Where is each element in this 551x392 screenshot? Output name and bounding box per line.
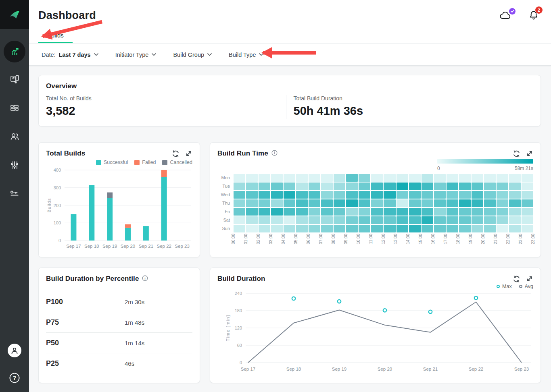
filter-build-group[interactable]: Build Group: [173, 52, 212, 58]
percentile-value: 1m 14s: [125, 340, 192, 346]
filter-build-type[interactable]: Build Type: [229, 52, 263, 58]
heatmap-cell: [459, 216, 471, 224]
hour-label: 00:00: [231, 234, 236, 244]
hour-label: 22:00: [505, 234, 510, 244]
heatmap-cell: [346, 225, 358, 232]
heatmap-cell: [359, 183, 370, 190]
heatmap-cell: [334, 191, 345, 199]
heatmap-cell: [334, 183, 345, 190]
y-axis-label: Builds: [47, 198, 52, 213]
legend-item: Failed: [134, 160, 156, 165]
heatmap-gradient-bar: [437, 159, 533, 164]
sidebar-item-api-keys[interactable]: [0, 180, 29, 209]
filter-initiator-type[interactable]: Initiator Type: [115, 52, 157, 58]
sidebar-item-boards[interactable]: [0, 94, 29, 123]
info-icon[interactable]: i: [271, 150, 278, 158]
heatmap-cell: [409, 208, 421, 216]
heatmap-cell: [509, 174, 521, 182]
hour-label: 15:00: [418, 234, 423, 244]
info-icon[interactable]: i: [142, 275, 148, 283]
heatmap-cell: [459, 191, 471, 199]
expand-icon[interactable]: [526, 150, 533, 158]
heatmap-cell: [321, 174, 333, 182]
heatmap-cell: [321, 225, 333, 232]
percentile-label: P50: [46, 339, 125, 347]
refresh-icon[interactable]: [513, 275, 520, 283]
heatmap-cell: [359, 199, 370, 207]
heatmap-cell: [459, 174, 471, 182]
help-icon[interactable]: ?: [8, 372, 21, 384]
sidebar-item-insights[interactable]: [0, 37, 29, 66]
heatmap-cell: [459, 183, 471, 190]
hour-label: 12:00: [381, 234, 386, 244]
heatmap-cell: [359, 174, 370, 182]
hour-label: 20:00: [480, 234, 485, 244]
hour-label: 07:00: [318, 234, 323, 244]
tab-builds[interactable]: Builds: [38, 31, 73, 43]
svg-text:i: i: [274, 151, 275, 155]
brand-logo-icon[interactable]: [0, 0, 29, 29]
boards-icon: [9, 103, 20, 115]
heatmap-cell: [246, 225, 258, 232]
heatmap-cell: [447, 191, 458, 199]
heatmap-cell: [434, 191, 446, 199]
heatmap-cell: [259, 225, 270, 232]
heatmap-cell: [271, 183, 283, 190]
heatmap-cell: [384, 208, 395, 216]
heatmap-cell: [246, 191, 258, 199]
heatmap-cell: [234, 183, 245, 190]
x-tick-label: Sep 23: [514, 367, 529, 371]
bar-chart-legend: SuccessfulFailedCancelled: [46, 160, 192, 165]
scale-max-label: 58m 21s: [515, 166, 533, 171]
sidebar-item-users[interactable]: [0, 123, 29, 151]
line-chart-legend: MaxAvg: [217, 284, 533, 289]
refresh-icon[interactable]: [172, 150, 179, 158]
expand-icon[interactable]: [526, 275, 533, 283]
heatmap-cell: [359, 208, 370, 216]
heatmap-cell: [484, 191, 496, 199]
heatmap-cell: [397, 225, 408, 232]
heatmap-cell: [284, 183, 295, 190]
heatmap-cell: [384, 199, 395, 207]
heatmap-cell: [522, 174, 533, 182]
bar-segment: [125, 228, 131, 241]
legend-item: Successful: [96, 160, 128, 165]
heatmap-cell: [459, 225, 471, 232]
day-label: Sat: [217, 216, 230, 224]
heatmap-cell: [447, 208, 458, 216]
heatmap-cell: [309, 225, 320, 232]
expand-icon[interactable]: [185, 150, 192, 158]
heatmap-cell: [309, 216, 320, 224]
heatmap-cell: [384, 216, 395, 224]
heatmap-cell: [371, 199, 383, 207]
heatmap-cell: [371, 191, 383, 199]
percentile-row: P1002m 30s: [46, 292, 192, 312]
heatmap-cell: [484, 199, 496, 207]
avatar-icon[interactable]: [8, 344, 21, 357]
build-duration-chart: 060120180240Time [min]Sep 17Sep 18Sep 19…: [217, 289, 534, 372]
heatmap-cell: [472, 225, 483, 232]
x-tick-label: Sep 20: [378, 367, 392, 371]
heatmap-cell: [284, 225, 295, 232]
heatmap-cell: [509, 199, 521, 207]
legend-label: Avg: [525, 284, 533, 289]
refresh-icon[interactable]: [513, 150, 520, 158]
hour-label: 16:00: [430, 234, 435, 244]
sidebar-item-settings[interactable]: [0, 151, 29, 180]
heatmap-cell: [509, 225, 521, 232]
notifications-bell-button[interactable]: 2: [528, 10, 539, 21]
heatmap-cell: [271, 216, 283, 224]
sidebar-item-apps[interactable]: [0, 66, 29, 94]
max-point: [429, 310, 432, 313]
cloud-sync-button[interactable]: [499, 10, 512, 20]
legend-item: Avg: [519, 284, 533, 289]
heatmap-cell: [472, 199, 483, 207]
total-builds-chart: 0100200300400BuildsSep 17Sep 18Sep 19Sep…: [46, 165, 193, 251]
hour-label: 10:00: [356, 234, 361, 244]
heatmap-cell: [497, 199, 508, 207]
heatmap-cell: [522, 208, 533, 216]
overview-card: Overview Total No. of Builds 3,582 Total…: [38, 75, 541, 127]
filter-date[interactable]: Date:Last 7 days: [42, 52, 98, 58]
heatmap-cell: [321, 199, 333, 207]
heatmap-cell: [359, 225, 370, 232]
